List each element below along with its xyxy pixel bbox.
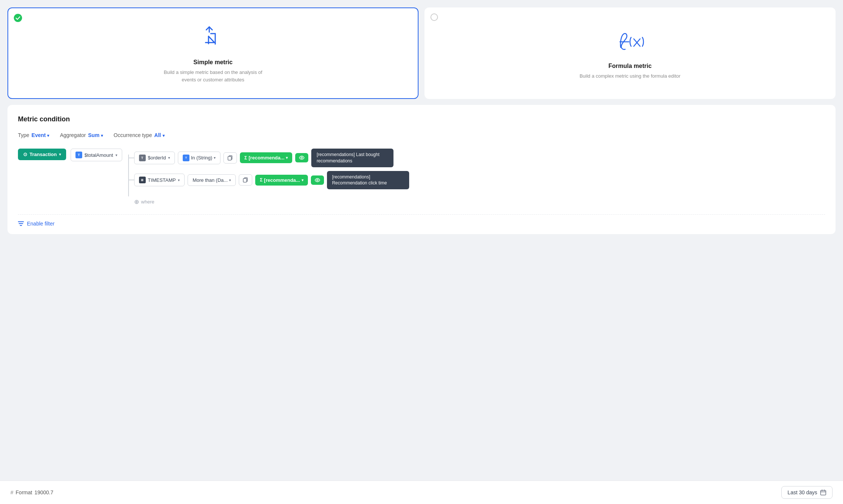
timestamp-field-dropdown[interactable]: ⊞ TIMESTAMP ▾ — [134, 174, 185, 186]
event-icon: ⊙ — [23, 152, 27, 157]
svg-point-0 — [14, 14, 22, 22]
type-value: Event — [31, 132, 46, 138]
tooltip-1: [recommendations] Last bought recommenda… — [311, 149, 393, 167]
type-label: Type — [18, 132, 29, 138]
svg-rect-3 — [243, 178, 247, 182]
event-chevron-icon: ▾ — [59, 152, 61, 156]
event-value: Transaction — [30, 152, 57, 157]
metric-condition-title: Metric condition — [18, 115, 825, 123]
formula-metric-card[interactable]: Formula metric Build a complex metric us… — [424, 7, 836, 99]
condition-row-1: T $orderId ▾ T In (String) ▾ — [134, 149, 409, 167]
condition-row-2: ⊞ TIMESTAMP ▾ More than (Da... ▾ — [134, 171, 409, 190]
order-id-chevron-icon: ▾ — [168, 156, 170, 160]
occurrence-value: All — [154, 132, 161, 138]
eye-btn-1[interactable] — [295, 153, 308, 162]
copy-row-2-button[interactable] — [239, 174, 252, 186]
order-id-tag-icon: T — [139, 155, 146, 161]
field-tag-icon: T — [75, 152, 82, 158]
aggregator-label: Aggregator — [60, 132, 86, 138]
eye-btn-2[interactable] — [311, 175, 324, 185]
enable-filter-label: Enable filter — [27, 221, 55, 227]
copy-row-1-button[interactable] — [223, 152, 237, 164]
formula-metric-desc: Build a complex metric using the formula… — [580, 72, 680, 80]
timestamp-value: TIMESTAMP — [148, 177, 176, 183]
add-where-row[interactable]: ⊕ where — [134, 197, 409, 207]
aggregator-selector-group: Aggregator Sum — [60, 132, 103, 138]
occurrence-selector-group: Occurrence type All — [114, 132, 165, 138]
sigma-icon-1: Σ — [244, 155, 247, 161]
type-chevron-icon — [47, 132, 49, 138]
more-than-value: More than (Da... — [192, 177, 228, 183]
selected-check-badge — [13, 13, 22, 22]
svg-point-4 — [316, 179, 318, 181]
formula-metric-title: Formula metric — [608, 63, 652, 69]
recommenda-btn-2[interactable]: Σ [recommenda... ▾ — [255, 175, 308, 186]
eye-icon-1 — [299, 156, 305, 160]
eye-icon-2 — [315, 178, 320, 182]
aggregator-chevron-icon — [101, 132, 103, 138]
plus-icon: ⊕ — [134, 198, 139, 205]
condition-selectors-row: Type Event Aggregator Sum Occurrence typ… — [18, 132, 825, 138]
more-than-chevron-icon: ▾ — [229, 178, 231, 182]
copy-icon-2 — [243, 177, 248, 183]
format-value: 19000.7 — [34, 489, 53, 495]
simple-metric-title: Simple metric — [194, 59, 233, 66]
enable-filter-section[interactable]: Enable filter — [18, 214, 825, 227]
recommenda-value-1: [recommenda... — [248, 155, 284, 161]
order-id-value: $orderId — [148, 155, 166, 161]
occurrence-chevron-icon — [163, 132, 165, 138]
aggregator-dropdown[interactable]: Sum — [88, 132, 103, 138]
sigma-icon-2: Σ — [260, 177, 262, 183]
svg-rect-1 — [228, 156, 231, 160]
recommenda-value-2: [recommenda... — [264, 177, 300, 183]
simple-metric-desc: Build a simple metric based on the analy… — [161, 69, 265, 83]
in-string-chevron-icon: ▾ — [214, 156, 216, 160]
more-than-operator-dropdown[interactable]: More than (Da... ▾ — [188, 174, 236, 186]
formula-metric-icon — [613, 27, 647, 57]
recommenda-chevron-2: ▾ — [302, 178, 303, 182]
filter-icon — [18, 221, 24, 226]
recommenda-btn-1[interactable]: Σ [recommenda... ▾ — [240, 152, 292, 163]
in-string-tag-icon: T — [183, 155, 189, 161]
metric-type-cards: Simple metric Build a simple metric base… — [7, 7, 836, 99]
svg-point-2 — [301, 157, 303, 159]
hash-icon: # — [10, 489, 13, 495]
timestamp-chevron-icon: ▾ — [178, 178, 180, 182]
date-range-label: Last 30 days — [788, 489, 817, 495]
field-chevron-icon: ▾ — [115, 153, 117, 157]
in-string-value: In (String) — [191, 155, 212, 161]
svg-rect-5 — [821, 491, 826, 495]
format-text: Format — [16, 489, 32, 495]
unselected-radio — [430, 13, 438, 21]
simple-metric-icon — [198, 23, 228, 53]
field-value: $totalAmount — [84, 152, 113, 158]
simple-metric-card[interactable]: Simple metric Build a simple metric base… — [7, 7, 419, 99]
event-dropdown-btn[interactable]: ⊙ Transaction ▾ — [18, 149, 66, 160]
recommenda-chevron-1: ▾ — [286, 156, 288, 160]
occurrence-dropdown[interactable]: All — [154, 132, 165, 138]
field-dropdown-btn[interactable]: T $totalAmount ▾ — [71, 149, 122, 161]
copy-icon — [228, 155, 233, 161]
metric-condition-section: Metric condition Type Event Aggregator S… — [7, 105, 836, 234]
calendar-icon — [820, 489, 826, 495]
in-string-operator-dropdown[interactable]: T In (String) ▾ — [178, 152, 220, 164]
order-id-field-dropdown[interactable]: T $orderId ▾ — [134, 152, 175, 164]
aggregator-value: Sum — [88, 132, 99, 138]
timestamp-tag-icon: ⊞ — [139, 177, 146, 183]
type-selector-group: Type Event — [18, 132, 49, 138]
where-label: where — [141, 199, 154, 205]
type-dropdown[interactable]: Event — [31, 132, 49, 138]
format-label-group: # Format 19000.7 — [10, 489, 53, 495]
footer-bar: # Format 19000.7 Last 30 days — [0, 480, 843, 504]
tooltip-2: [recommendations] Recommendation click t… — [327, 171, 409, 190]
condition-builder: ⊙ Transaction ▾ T $totalAmount ▾ — [18, 149, 825, 207]
occurrence-label: Occurrence type — [114, 132, 152, 138]
date-range-button[interactable]: Last 30 days — [781, 486, 833, 499]
